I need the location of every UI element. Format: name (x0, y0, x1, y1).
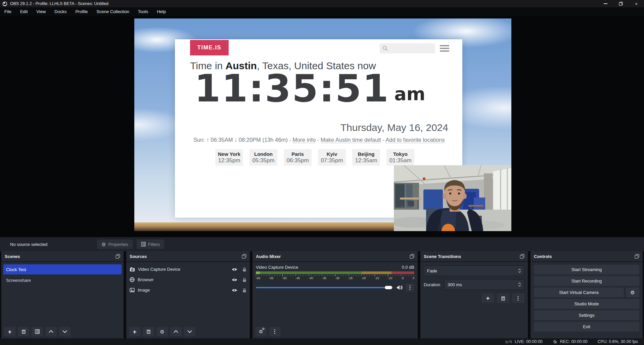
scene-item-clock-test[interactable]: Clock Test (3, 264, 122, 274)
studio-mode-button[interactable]: Studio Mode (534, 299, 639, 309)
statusbar: LIVE: 00:00:00 REC: 00:00:00 CPU: 0.6%, … (0, 338, 644, 345)
scene-move-down-button[interactable] (59, 327, 71, 336)
chevron-down-icon[interactable] (518, 285, 521, 287)
close-button[interactable]: × (629, 0, 644, 7)
add-transition-button[interactable]: + (481, 293, 494, 303)
settings-button[interactable]: Settings (534, 310, 639, 320)
filter-icon (35, 329, 40, 334)
source-properties-button[interactable]: ⚙ (156, 327, 168, 336)
minimize-icon (604, 3, 607, 4)
mixer-channel-label: Video Capture Device (256, 265, 298, 270)
advanced-audio-button[interactable]: ⚙ ⚙ (255, 327, 267, 336)
meter-ticks (256, 274, 414, 276)
mixer-menu-button[interactable]: ⋮ (269, 327, 280, 336)
scene-item-screenshare[interactable]: Screenshare (1, 275, 124, 285)
world-clock-kyiv: Kyiv07:35pm (318, 149, 346, 166)
kebab-icon: ⋮ (515, 296, 521, 301)
popout-icon[interactable] (635, 254, 639, 259)
kebab-icon: ⋮ (272, 329, 277, 334)
menu-view[interactable]: View (32, 7, 50, 16)
add-scene-button[interactable]: + (4, 327, 15, 336)
source-item-image[interactable]: Image (126, 285, 250, 295)
minimize-button[interactable] (598, 0, 613, 7)
gear-icon: ⚙ (160, 329, 164, 334)
gear-icon: ⚙ (630, 290, 635, 295)
speaker-icon[interactable] (397, 285, 403, 290)
mixer-channel-menu-button[interactable]: ⋮ (406, 283, 414, 292)
controls-title: Controls (534, 254, 552, 259)
world-clock-beijing: Beijing12:35am (352, 149, 380, 166)
scenes-panel: Scenes Clock Test Screenshare + (1, 251, 124, 338)
remove-transition-button[interactable] (497, 293, 509, 303)
popout-icon[interactable] (410, 254, 414, 259)
titlebar: OBS 29.1.2 - Profile: LLHLS BETA - Scene… (0, 0, 644, 7)
menu-edit[interactable]: Edit (16, 7, 32, 16)
source-item-video-capture[interactable]: Video Capture Device (126, 264, 250, 274)
menu-scene-collection[interactable]: Scene Collection (92, 7, 134, 16)
transition-select[interactable]: Fade (424, 265, 524, 276)
camera-icon (130, 267, 135, 272)
start-recording-button[interactable]: Start Recording (534, 276, 639, 286)
preview-canvas[interactable]: TIME.IS Time in Austin, Texas, United St… (0, 16, 644, 237)
transition-menu-button[interactable]: ⋮ (512, 293, 524, 303)
trash-icon (501, 296, 505, 301)
menu-profile[interactable]: Profile (71, 7, 92, 16)
menu-file[interactable]: File (0, 7, 16, 16)
source-move-up-button[interactable] (170, 327, 182, 336)
menu-help[interactable]: Help (152, 7, 170, 16)
eye-icon[interactable] (232, 267, 237, 271)
maximize-button[interactable] (613, 0, 629, 7)
obs-logo-icon (2, 1, 7, 6)
menu-docks[interactable]: Docks (50, 7, 71, 16)
lock-icon[interactable] (242, 277, 246, 282)
mixer-header: Audio Mixer (252, 251, 418, 262)
lock-icon[interactable] (242, 288, 246, 293)
source-move-down-button[interactable] (184, 327, 195, 336)
volume-slider-handle[interactable] (385, 286, 392, 289)
source-item-browser[interactable]: Browser (126, 274, 250, 285)
popout-icon[interactable] (242, 254, 246, 259)
stream-inactive-icon (505, 340, 512, 344)
remove-source-button[interactable] (143, 327, 154, 336)
mixer-toolbar: ⚙ ⚙ ⋮ (255, 327, 280, 336)
gear-small-icon: ⚙ (262, 328, 265, 331)
make-default-link: Make Austin time default (321, 137, 381, 143)
virtual-camera-config-button[interactable]: ⚙ (626, 288, 639, 297)
scenes-header: Scenes (1, 251, 124, 262)
world-clock-london: London05:35pm (249, 149, 277, 166)
webcam-overlay[interactable] (394, 165, 511, 231)
lock-icon[interactable] (242, 267, 246, 272)
source-toolbar: No source selected ⚙ Properties Filters (0, 237, 644, 251)
video-frame[interactable]: TIME.IS Time in Austin, Texas, United St… (134, 18, 511, 231)
menubar: File Edit View Docks Profile Scene Colle… (0, 7, 644, 16)
eye-icon[interactable] (232, 278, 237, 282)
transitions-title: Scene Transitions (424, 254, 461, 259)
close-icon: × (635, 1, 638, 6)
world-clock-tokyo: Tokyo01:35am (386, 149, 414, 166)
filters-button[interactable]: Filters (137, 240, 164, 249)
start-virtual-camera-button[interactable]: Start Virtual Camera (534, 288, 624, 297)
volume-slider[interactable] (256, 287, 394, 288)
search-icon (382, 45, 388, 51)
exit-button[interactable]: Exit (534, 322, 639, 332)
duration-label: Duration (424, 282, 441, 287)
start-streaming-button[interactable]: Start Streaming (534, 265, 639, 274)
timeis-search-box (380, 43, 435, 53)
controls-panel: Controls Start Streaming Start Recording… (531, 251, 643, 338)
chevron-up-icon[interactable] (518, 283, 521, 284)
menu-tools[interactable]: Tools (134, 7, 152, 16)
chevron-down-icon (187, 330, 192, 333)
add-source-button[interactable]: + (129, 327, 140, 336)
remove-scene-button[interactable] (18, 327, 29, 336)
eye-icon[interactable] (232, 288, 237, 292)
rec-status: REC: 00:00:00 (553, 339, 588, 344)
plus-icon: + (8, 329, 11, 335)
popout-icon[interactable] (116, 254, 120, 259)
scene-move-up-button[interactable] (45, 327, 57, 336)
scene-filters-button[interactable] (32, 327, 43, 336)
duration-spinbox[interactable]: 300 ms (444, 279, 524, 290)
properties-button[interactable]: ⚙ Properties (97, 240, 133, 249)
chevron-up-icon (518, 269, 521, 270)
popout-icon[interactable] (520, 254, 524, 259)
scene-transitions-panel: Scene Transitions Fade Duration 300 ms (420, 251, 528, 338)
